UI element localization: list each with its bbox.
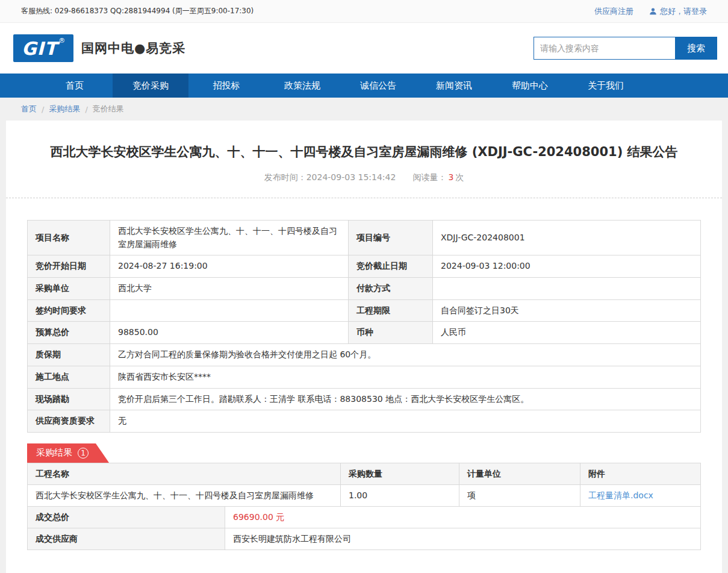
login-link[interactable]: 您好，请登录	[649, 6, 707, 17]
top-utility-bar: 客服热线: 029-86618373 QQ:2881944994 (周一至周五9…	[0, 0, 728, 23]
page-title: 西北大学长安校区学生公寓九、十、十一、十四号楼及自习室房屋漏雨维修 (XDJJ-…	[6, 121, 722, 160]
field-value: 西北大学长安校区学生公寓九、十、十一、十四号楼及自习室房屋漏雨维修	[110, 221, 349, 255]
service-hotline: 客服热线: 029-86618373 QQ:2881944994 (周一至周五9…	[21, 6, 254, 16]
field-label: 付款方式	[349, 278, 433, 300]
site-name: 国网中电●易竞采	[81, 40, 185, 57]
unit-cell: 项	[459, 484, 580, 506]
nav-item-tendering[interactable]: 招投标	[188, 74, 264, 98]
dashed-divider	[6, 198, 722, 198]
nav-item-bidding-procurement[interactable]: 竞价采购	[113, 74, 188, 98]
publish-time-label: 发布时间：	[264, 172, 306, 182]
field-label: 预算总价	[28, 322, 110, 344]
field-value: 乙方对合同工程的质量保修期为验收合格并交付使用之日起 60个月。	[110, 344, 701, 366]
field-value: 西北大学	[110, 278, 349, 300]
field-label: 工程期限	[349, 299, 433, 322]
field-label: 质保期	[28, 344, 110, 366]
breadcrumb: 首页 / 采购结果 / 竞价结果	[0, 98, 728, 121]
content-card: 西北大学长安校区学生公寓九、十、十一、十四号楼及自习室房屋漏雨维修 (XDJJ-…	[6, 121, 722, 573]
search-button[interactable]: 搜索	[675, 37, 717, 60]
nav-item-integrity-notice[interactable]: 诚信公告	[340, 74, 416, 98]
table-row: 质保期 乙方对合同工程的质量保修期为验收合格并交付使用之日起 60个月。	[28, 344, 701, 366]
supplier-register-link[interactable]: 供应商注册	[594, 6, 633, 17]
field-label: 供应商资质要求	[28, 410, 110, 433]
views-count: 3	[448, 172, 453, 182]
table-row: 供应商资质要求 无	[28, 410, 701, 433]
field-label: 现场踏勘	[28, 388, 110, 410]
breadcrumb-separator: /	[42, 105, 44, 114]
table-row: 预算总价 98850.00 币种 人民币	[28, 322, 701, 344]
field-value: 竞价开启后第三个工作日。踏勘联系人：王清学 联系电话：88308530 地点：西…	[110, 388, 701, 410]
user-icon	[649, 7, 657, 15]
field-value: 自合同签订之日30天	[433, 299, 701, 322]
result-count-badge: 1	[78, 448, 89, 459]
column-header: 采购数量	[341, 463, 459, 484]
field-label: 施工地点	[28, 366, 110, 388]
field-label: 采购单位	[28, 278, 110, 300]
table-header-row: 工程名称 采购数量 计量单位 附件	[28, 463, 701, 484]
quantity-cell: 1.00	[341, 484, 459, 506]
column-header: 计量单位	[459, 463, 580, 484]
table-row: 现场踏勘 竞价开启后第三个工作日。踏勘联系人：王清学 联系电话：88308530…	[28, 388, 701, 410]
breadcrumb-home[interactable]: 首页	[21, 104, 37, 114]
field-label: 竞价开始日期	[28, 255, 110, 278]
winning-supplier-label: 成交供应商	[28, 528, 225, 550]
table-row: 施工地点 陕西省西安市长安区****	[28, 366, 701, 388]
field-label: 签约时间要求	[28, 299, 110, 322]
column-header: 附件	[580, 463, 701, 484]
breadcrumb-procurement-results[interactable]: 采购结果	[49, 104, 80, 114]
field-label: 项目名称	[28, 221, 110, 255]
breadcrumb-current: 竞价结果	[93, 104, 124, 114]
table-row: 成交供应商 西安长明建筑防水工程有限公司	[28, 528, 701, 550]
article-meta: 发布时间：2024-09-03 15:14:42阅读量：3次	[6, 172, 722, 183]
column-header: 工程名称	[28, 463, 341, 484]
table-row: 采购单位 西北大学 付款方式	[28, 278, 701, 300]
field-value: 无	[110, 410, 701, 433]
publish-time-value: 2024-09-03 15:14:42	[306, 172, 396, 182]
procurement-result-table: 工程名称 采购数量 计量单位 附件 西北大学长安校区学生公寓九、十、十一、十四号…	[27, 463, 701, 507]
search-input[interactable]	[534, 37, 675, 60]
field-value	[433, 278, 701, 300]
nav-item-policies[interactable]: 政策法规	[264, 74, 340, 98]
login-link-label: 您好，请登录	[660, 6, 707, 17]
views-label: 阅读量：	[412, 172, 446, 182]
table-row: 成交总价 69690.00 元	[28, 506, 701, 528]
site-logo[interactable]: GIT ®	[13, 34, 73, 62]
field-label: 竞价截止日期	[349, 255, 433, 278]
table-row: 竞价开始日期 2024-08-27 16:19:00 竞价截止日期 2024-0…	[28, 255, 701, 278]
field-value: 人民币	[433, 322, 701, 344]
budget-total-value: 98850.00	[110, 322, 349, 344]
procurement-result-badge: 采购结果 1	[27, 443, 109, 463]
attachment-link[interactable]: 工程量清单.docx	[588, 490, 653, 500]
field-value: 陕西省西安市长安区****	[110, 366, 701, 388]
nav-item-about-us[interactable]: 关于我们	[568, 74, 644, 98]
project-name-cell: 西北大学长安校区学生公寓九、十、十一、十四号楼及自习室房屋漏雨维修	[28, 484, 341, 506]
field-label: 币种	[349, 322, 433, 344]
winning-supplier-value: 西安长明建筑防水工程有限公司	[225, 528, 701, 550]
field-value: XDJJ-GC-202408001	[433, 221, 701, 255]
deal-total-value: 69690.00 元	[225, 506, 701, 528]
breadcrumb-separator: /	[85, 105, 87, 114]
project-detail-table: 项目名称 西北大学长安校区学生公寓九、十、十一、十四号楼及自习室房屋漏雨维修 项…	[27, 220, 701, 433]
registered-mark-icon: ®	[58, 37, 65, 45]
search-bar: 搜索	[534, 37, 717, 60]
deal-summary-table: 成交总价 69690.00 元 成交供应商 西安长明建筑防水工程有限公司	[27, 506, 701, 550]
field-value	[110, 299, 349, 322]
table-row: 西北大学长安校区学生公寓九、十、十一、十四号楼及自习室房屋漏雨维修 1.00 项…	[28, 484, 701, 506]
main-nav: 首页 竞价采购 招投标 政策法规 诚信公告 新闻资讯 帮助中心 关于我们	[0, 74, 728, 98]
table-row: 签约时间要求 工程期限 自合同签订之日30天	[28, 299, 701, 322]
field-value: 2024-09-03 12:00:00	[433, 255, 701, 278]
logo-text: GIT	[22, 37, 57, 61]
nav-item-help-center[interactable]: 帮助中心	[492, 74, 568, 98]
site-header: GIT ® 国网中电●易竞采 搜索	[0, 23, 728, 74]
table-row: 项目名称 西北大学长安校区学生公寓九、十、十一、十四号楼及自习室房屋漏雨维修 项…	[28, 221, 701, 255]
field-value: 2024-08-27 16:19:00	[110, 255, 349, 278]
deal-total-label: 成交总价	[28, 506, 225, 528]
views-unit: 次	[455, 172, 464, 182]
nav-item-home[interactable]: 首页	[37, 74, 113, 98]
topbar-links: 供应商注册 您好，请登录	[594, 6, 707, 17]
nav-item-news[interactable]: 新闻资讯	[416, 74, 492, 98]
field-label: 项目编号	[349, 221, 433, 255]
procurement-result-badge-label: 采购结果	[36, 447, 72, 459]
